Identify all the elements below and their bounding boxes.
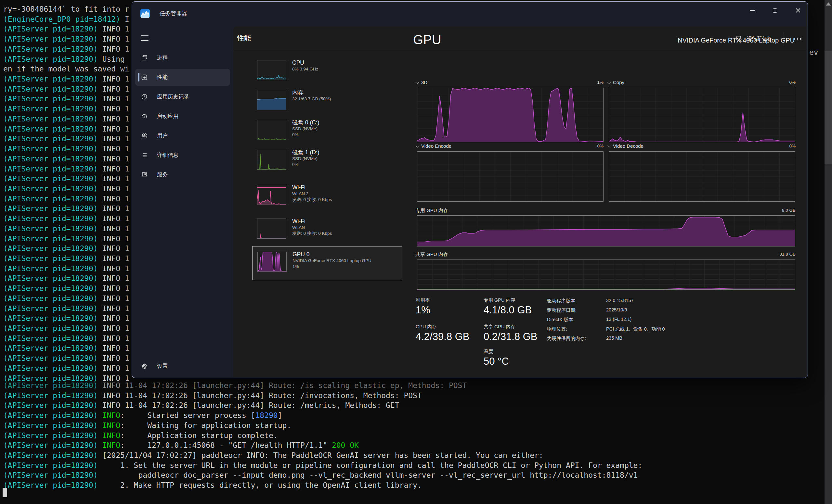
gpu-stat-label-dedicated-memory: 专用 GPU 内存 bbox=[484, 297, 515, 303]
gpu-info-label: 驱动程序版本: bbox=[547, 298, 576, 304]
terminal-line: (APIServer pid=18290) INFO 1 bbox=[3, 254, 129, 264]
maximize-button[interactable] bbox=[770, 5, 780, 15]
gpu-chart-dedicated-memory bbox=[417, 215, 795, 247]
gpu-info-value: 32.0.15.8157 bbox=[606, 298, 634, 303]
gpu-info-value: 12 (FL 12.1) bbox=[606, 317, 631, 322]
terminal-line: (APIServer pid=18290) INFO: Started serv… bbox=[3, 411, 282, 421]
terminal-line: (APIServer pid=18290) INFO 1 bbox=[3, 174, 129, 184]
app-history-icon bbox=[141, 93, 148, 100]
perf-item-title: 磁盘 0 (C:) bbox=[292, 119, 319, 126]
terminal-line: (APIServer pid=18290) INFO 1 bbox=[3, 24, 129, 34]
perf-item-subtext: WLAN bbox=[292, 225, 332, 230]
navigation-menu-button[interactable] bbox=[141, 35, 149, 41]
terminal-line: (APIServer pid=18290) INFO: 127.0.0.1:45… bbox=[3, 440, 359, 450]
terminal-line: (APIServer pid=18290) INFO 1 bbox=[3, 274, 129, 283]
perf-item-title: Wi-Fi bbox=[292, 184, 332, 191]
gpu-section-value-copy: 0% bbox=[757, 80, 796, 85]
perf-item-subtext: 0% bbox=[292, 132, 319, 138]
terminal-line: (APIServer pid=18290) INFO 1 bbox=[3, 224, 129, 234]
perf-item-title: Wi-Fi bbox=[292, 218, 332, 225]
gpu-stat-value-shared-memory: 0.2/31.8 GB bbox=[484, 331, 537, 343]
terminal-line: (APIServer pid=18290) INFO 1 bbox=[3, 313, 129, 324]
gpu-pane-title: GPU bbox=[413, 32, 441, 47]
gpu-info-label: 驱动程序日期: bbox=[547, 307, 576, 313]
startup-apps-icon bbox=[141, 113, 148, 119]
sidebar-item-users[interactable]: 用户 bbox=[135, 127, 230, 144]
minimize-button[interactable] bbox=[747, 5, 757, 15]
terminal-scrollbar[interactable] bbox=[825, 0, 832, 504]
disk1-sparkline-thumbnail bbox=[257, 150, 286, 170]
chevron-down-icon bbox=[607, 80, 611, 84]
terminal-line: (APIServer pid=18290) INFO 1 bbox=[3, 114, 129, 124]
terminal-line: (APIServer pid=18290) INFO 1 bbox=[3, 353, 129, 363]
task-manager-app-icon bbox=[140, 9, 150, 18]
sidebar-item-performance[interactable]: 性能 bbox=[135, 69, 230, 86]
terminal-text-fragment: ev bbox=[809, 48, 818, 56]
sidebar-item-settings[interactable]: 设置 bbox=[135, 358, 230, 375]
scrollbar-thumb[interactable] bbox=[825, 51, 832, 164]
sidebar-item-label: 详细信息 bbox=[157, 152, 178, 159]
terminal-line: (APIServer pid=18290) Using bbox=[3, 54, 129, 64]
gpu-section-value-video-decode: 0% bbox=[757, 143, 796, 148]
disk0-sparkline-thumbnail bbox=[257, 120, 286, 140]
gpu-stat-label-shared-memory: 共享 GPU 内存 bbox=[484, 324, 515, 330]
gpu-device-name: NVIDIA GeForce RTX 4060 Laptop GPU bbox=[678, 37, 795, 44]
sidebar-item-details[interactable]: 详细信息 bbox=[135, 147, 230, 164]
users-icon bbox=[141, 133, 148, 139]
perf-item-subtext: 1% bbox=[292, 264, 371, 270]
chevron-down-icon bbox=[607, 144, 611, 147]
gpu-info-label: 物理位置: bbox=[547, 326, 567, 332]
sidebar-item-app-history[interactable]: 应用历史记录 bbox=[135, 88, 230, 105]
gpu-section-value-shared-memory: 31.8 GB bbox=[750, 252, 796, 256]
terminal-line: (APIServer pid=18290) INFO 11-04 17:02:2… bbox=[3, 400, 399, 411]
terminal-line: (APIServer pid=18290) INFO 11-04 17:02:2… bbox=[3, 391, 422, 401]
close-button[interactable] bbox=[793, 5, 803, 15]
maximize-icon bbox=[773, 8, 777, 13]
header-divider bbox=[233, 50, 807, 50]
terminal-line: (APIServer pid=18290) INFO 1 bbox=[3, 214, 129, 224]
perf-item-gpu0-selected[interactable]: GPU 0NVIDIA GeForce RTX 4060 Laptop GPU1… bbox=[252, 246, 402, 280]
sidebar-item-label: 应用历史记录 bbox=[157, 93, 189, 100]
services-icon bbox=[141, 171, 148, 178]
sidebar-item-processes[interactable]: 进程 bbox=[135, 49, 230, 66]
processes-icon bbox=[141, 55, 148, 61]
terminal-line: ry=-308486144` to fit into r bbox=[3, 4, 129, 14]
gpu-section-label-dedicated-memory: 专用 GPU 内存 bbox=[415, 207, 448, 214]
terminal-line: (EngineCore_DP0 pid=18412) I bbox=[3, 14, 129, 24]
terminal-line: (APIServer pid=18290) INFO 1 bbox=[3, 134, 129, 144]
terminal-line: (APIServer pid=18290) INFO 1 bbox=[3, 84, 129, 94]
perf-item-subtext: 发送: 0 接收: 0 Kbps bbox=[292, 197, 332, 203]
settings-gear-icon bbox=[141, 363, 148, 369]
gpu-info-value: PCI 总线 1、设备 0、功能 0 bbox=[606, 326, 665, 332]
sidebar-item-services[interactable]: 服务 bbox=[135, 166, 230, 183]
gpu-stat-value-dedicated-memory: 4.1/8.0 GB bbox=[484, 304, 532, 316]
perf-item-subtext: 32.1/63.7 GB (50%) bbox=[292, 96, 331, 102]
scrollbar-up-arrow-icon[interactable] bbox=[826, 2, 831, 5]
performance-icon bbox=[141, 74, 148, 81]
terminal-line: (APIServer pid=18290) INFO 11-04 17:02:2… bbox=[3, 381, 467, 391]
memory-sparkline-thumbnail bbox=[257, 90, 286, 110]
window-title: 任务管理器 bbox=[160, 10, 187, 17]
gpu-section-value-video-encode: 0% bbox=[565, 143, 603, 148]
terminal-line: (APIServer pid=18290) [2025/11/04 17:02:… bbox=[3, 450, 543, 460]
task-manager-window: 任务管理器 进程性能应用历史记录启动应用用户详细信息服务设置 性能 运行新任务 … bbox=[132, 1, 808, 378]
sidebar-item-label: 性能 bbox=[157, 74, 168, 81]
gpu-chart-video-decode bbox=[609, 151, 795, 202]
gpu-info-value: 235 MB bbox=[606, 335, 622, 341]
perf-item-text: Wi-FiWLAN发送: 0 接收: 0 Kbps bbox=[292, 218, 332, 236]
perf-item-subtext: WLAN 2 bbox=[292, 191, 332, 197]
terminal-line: (APIServer pid=18290) paddleocr doc_pars… bbox=[3, 470, 638, 480]
gpu-chart-3d bbox=[417, 88, 603, 142]
terminal-line: (APIServer pid=18290) INFO 1 bbox=[3, 264, 129, 274]
gpu-stat-label-utilization: 利用率 bbox=[416, 297, 430, 303]
terminal-line: (APIServer pid=18290) INFO 1 bbox=[3, 164, 129, 174]
terminal-line: (APIServer pid=18290) INFO 1 bbox=[3, 283, 129, 293]
terminal-line: (APIServer pid=18290) 1. Set the server … bbox=[3, 460, 642, 471]
terminal-line: (APIServer pid=18290) INFO 1 bbox=[3, 363, 129, 373]
perf-item-subtext: NVIDIA GeForce RTX 4060 Laptop GPU bbox=[292, 258, 371, 264]
chevron-down-icon bbox=[415, 144, 419, 147]
sidebar-item-startup-apps[interactable]: 启动应用 bbox=[135, 108, 230, 125]
gpu-info-value: 2025/10/9 bbox=[606, 307, 627, 312]
perf-item-title: 磁盘 1 (D:) bbox=[292, 149, 319, 156]
terminal-line: (APIServer pid=18290) INFO: Application … bbox=[3, 430, 278, 441]
